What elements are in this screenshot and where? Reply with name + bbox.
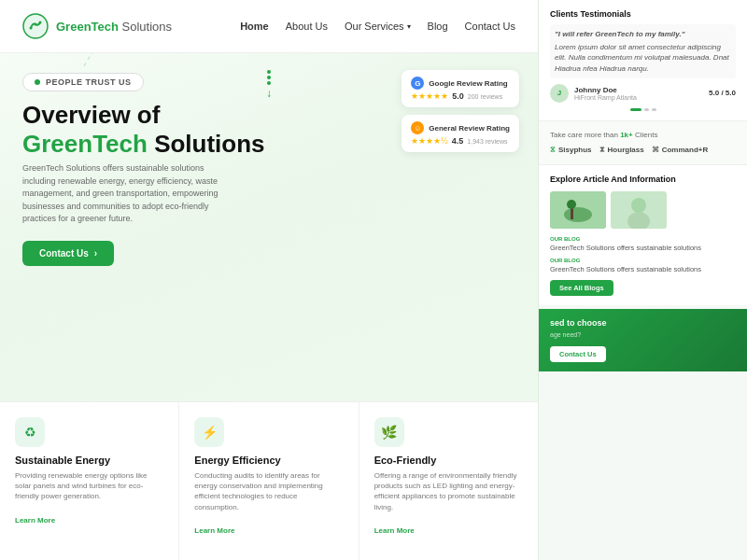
cta-button[interactable]: Contact Us ›: [22, 241, 114, 266]
service-icon-sustainable: ♻: [15, 417, 45, 447]
article-tag-2: Our Blog: [550, 258, 736, 265]
service-title-eco: Eco-Friendly: [374, 455, 523, 466]
svg-point-0: [23, 14, 48, 38]
service-desc-sustainable: Providing renewable energy options like …: [15, 470, 163, 502]
nav-about[interactable]: About Us: [286, 21, 328, 32]
nav-blog[interactable]: Blog: [428, 21, 448, 32]
article-item-2: Our Blog GreenTech Solutions offers sust…: [550, 258, 736, 274]
general-stars: ★★★★½: [411, 136, 448, 146]
google-stars: ★★★★★: [411, 91, 448, 101]
partners-count: 1k+: [620, 131, 633, 139]
sisyphus-icon: ⧖: [550, 146, 556, 155]
author-rating: 5.0 / 5.0: [709, 89, 736, 97]
article-title-2: GreenTech Solutions offers sustainable s…: [550, 265, 736, 274]
article-list: Our Blog GreenTech Solutions offers sust…: [550, 236, 736, 274]
article-thumb-2: [611, 191, 667, 229]
svg-point-2: [39, 21, 42, 24]
partner-sisyphus: ⧖ Sisyphus: [550, 146, 592, 155]
learn-more-sustainable[interactable]: Learn More: [15, 516, 55, 525]
author-name: Johnny Doe: [574, 86, 703, 94]
commandr-icon: ⌘: [652, 146, 659, 154]
svg-point-3: [35, 23, 37, 26]
learn-more-eco[interactable]: Learn More: [374, 526, 415, 535]
general-icon: ☺: [411, 121, 424, 134]
service-card-eco: 🌿 Eco-Friendly Offering a range of envir…: [359, 402, 538, 560]
cta-title: sed to choose: [550, 318, 736, 328]
general-score: 4.5: [452, 136, 464, 146]
logo-tagline: Solutions: [122, 20, 172, 34]
testimonial-quote: "I will refer GreenTech to my family." L…: [550, 24, 736, 78]
energy-icon: ⚡: [202, 425, 218, 440]
articles-title: Explore Article And Information: [550, 175, 736, 184]
article-thumbnails: [550, 191, 736, 229]
hero-title-green: GreenTech: [22, 130, 148, 158]
service-card-efficiency: ⚡ Energy Efficiency Conducting audits to…: [179, 402, 359, 560]
google-rating-label: Google Review Rating: [429, 79, 507, 88]
logo: GreenTech Solutions: [22, 13, 172, 39]
hero-title-line1: Overview of: [22, 101, 160, 129]
logo-icon: [22, 13, 49, 39]
nav-services[interactable]: Our Services ▾: [345, 21, 411, 32]
articles-section: Explore Article And Information: [539, 165, 747, 305]
cta-label: Contact Us: [39, 248, 89, 259]
service-icon-eco: 🌿: [374, 417, 404, 447]
article-item-1: Our Blog GreenTech Solutions offers sust…: [550, 236, 736, 253]
nav-contact[interactable]: Contact Us: [465, 21, 515, 32]
service-title-efficiency: Energy Efficiency: [194, 455, 343, 466]
learn-more-efficiency[interactable]: Learn More: [194, 526, 234, 535]
rating-card-general-header: ☺ General Review Rating: [411, 121, 510, 134]
general-rating-label: General Review Rating: [429, 124, 510, 133]
scroll-dot-1: [267, 70, 271, 74]
nav-home[interactable]: Home: [240, 21, 269, 32]
partner-hourglass: ⧗ Hourglass: [599, 146, 644, 155]
hero-section: PEOPLE TRUST US Overview of GreenTech So…: [0, 53, 538, 266]
chevron-down-icon: ▾: [407, 22, 411, 31]
nav-services-label: Our Services: [345, 21, 404, 32]
svg-point-1: [30, 27, 33, 30]
partners-suffix: Clients: [635, 131, 657, 139]
services-section: ♻ Sustainable Energy Providing renewable…: [0, 401, 538, 560]
hourglass-icon: ⧗: [599, 146, 605, 155]
testimonial-body: Lorem ipsum dolor sit amet consectetur a…: [555, 42, 731, 74]
testimonial-author: J Johnny Doe HiFront Ramp Atlanta 5.0 / …: [550, 84, 736, 103]
recycle-icon: ♻: [24, 425, 36, 440]
service-icon-efficiency: ⚡: [194, 417, 224, 447]
service-card-sustainable: ♻ Sustainable Energy Providing renewable…: [0, 402, 179, 560]
rating-card-general: ☺ General Review Rating ★★★★½ 4.5 1,943 …: [402, 115, 519, 152]
logo-brand: GreenTech: [56, 20, 119, 34]
leaf-icon: 🌿: [381, 425, 397, 440]
testimonials-title: Clients Testimonials: [550, 9, 736, 19]
main-area: GreenTech Solutions Home About Us Our Se…: [0, 0, 538, 560]
arrow-right-icon: ›: [94, 248, 97, 259]
navbar: GreenTech Solutions Home About Us Our Se…: [0, 0, 538, 53]
logo-text: GreenTech Solutions: [56, 20, 172, 34]
hero-description: GreenTech Solutions offers sustainable s…: [22, 162, 228, 226]
cta-title-text: sed to choose: [550, 318, 607, 328]
dot-inactive-2: [652, 108, 656, 111]
rp-cta-button[interactable]: Contact Us: [550, 346, 606, 362]
svg-point-40: [567, 200, 576, 209]
see-all-button[interactable]: See All Blogs: [550, 280, 613, 296]
cta-sub-text: age need?: [550, 331, 581, 338]
service-title-sustainable: Sustainable Energy: [15, 455, 163, 466]
article-thumb-1: [550, 191, 606, 229]
scroll-down-icon: ↓: [266, 87, 272, 100]
right-panel: Clients Testimonials "I will refer Green…: [538, 0, 747, 560]
author-role: HiFront Ramp Atlanta: [574, 94, 703, 101]
cta-subtitle: age need?: [550, 331, 736, 338]
rating-cards: G Google Review Rating ★★★★★ 5.0 200 rev…: [402, 70, 519, 152]
google-count: 200 reviews: [468, 93, 502, 100]
commandr-label: Command+R: [662, 146, 709, 154]
sisyphus-label: Sisyphus: [558, 146, 592, 154]
general-count: 1,943 reviews: [467, 138, 507, 145]
partners-text: Take care more than 1k+ Clients: [550, 131, 736, 139]
partner-commandr: ⌘ Command+R: [652, 146, 709, 155]
author-info: Johnny Doe HiFront Ramp Atlanta: [574, 86, 703, 101]
article-tag-1: Our Blog: [550, 236, 736, 244]
cta-section: sed to choose age need? Contact Us: [539, 309, 747, 371]
author-avatar: J: [550, 84, 569, 103]
trust-dot: [35, 79, 40, 85]
testimonial-quote-text: "I will refer GreenTech to my family.": [555, 29, 731, 39]
hero-title-rest: Solutions: [148, 130, 265, 158]
dot-active: [630, 108, 641, 111]
